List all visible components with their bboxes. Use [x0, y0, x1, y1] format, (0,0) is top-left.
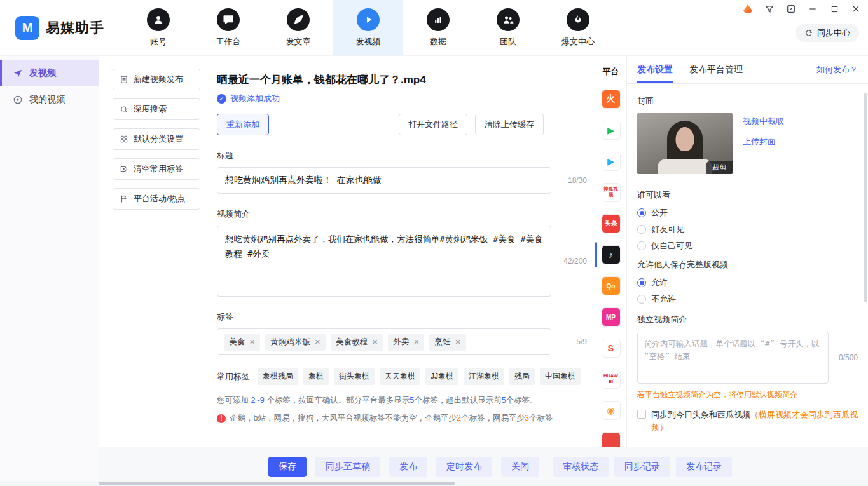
upload-cover-link[interactable]: 上传封面	[743, 136, 784, 147]
horizontal-scrollbar-thumb[interactable]	[99, 482, 455, 485]
tab-platform-management[interactable]: 发布平台管理	[689, 56, 743, 83]
platform-strip: 平台 火 ▶ ▶ 搜狐视频 头条 ♪ Qo MP S HUAWEI ◉	[595, 56, 626, 447]
nav-label: 账号	[150, 36, 167, 48]
sidebar-item-my-videos[interactable]: 我的视频	[0, 86, 99, 113]
skin-icon[interactable]	[742, 3, 754, 15]
common-tag-chip[interactable]: 街头象棋	[334, 368, 375, 385]
tag-chip[interactable]: 外卖	[388, 334, 424, 351]
visibility-option-private[interactable]: 仅自己可见	[637, 240, 858, 252]
clipboard-icon	[120, 75, 128, 84]
close-button[interactable]	[850, 3, 862, 15]
remove-tag-icon[interactable]	[413, 338, 419, 346]
nav-item-data[interactable]: 数据	[403, 0, 473, 55]
sync-to-draft-button[interactable]: 同步至草稿	[315, 457, 380, 477]
remove-tag-icon[interactable]	[372, 338, 378, 346]
edit-icon[interactable]	[785, 3, 797, 15]
title-input[interactable]	[217, 167, 551, 194]
close-panel-button[interactable]: 关闭	[501, 457, 539, 477]
common-tag-chip[interactable]: 象棋	[303, 368, 329, 385]
radio-label: 好友可见	[651, 224, 684, 235]
radio-label: 不允许	[651, 294, 676, 305]
publish-log-button[interactable]: 发布记录	[676, 457, 732, 477]
tag-label: 黄焖鸡米饭	[270, 337, 310, 348]
vertical-scrollbar[interactable]	[864, 93, 867, 302]
new-video-publish-button[interactable]: 新建视频发布	[113, 69, 200, 90]
common-tag-chip[interactable]: 残局	[509, 368, 535, 385]
tag-chip[interactable]: 美食	[224, 334, 260, 351]
nav-label: 数据	[430, 36, 446, 48]
platform-icon-qutoutiao[interactable]: Qo	[595, 276, 626, 295]
platform-icon-platform-12[interactable]	[595, 432, 626, 447]
tag-chip[interactable]: 烹饪	[429, 334, 465, 351]
nav-item-post-video[interactable]: 发视频	[333, 0, 403, 55]
how-to-publish-link[interactable]: 如何发布？	[816, 64, 858, 76]
default-category-settings-button[interactable]: 默认分类设置	[113, 128, 200, 150]
common-tag-chip[interactable]: 江湖象棋	[464, 368, 504, 385]
sync-center-button[interactable]: 同步中心	[796, 24, 859, 42]
publish-button[interactable]: 发布	[389, 457, 427, 477]
tag-chip[interactable]: 美食教程	[331, 334, 383, 351]
sidebar-item-post-video[interactable]: 发视频	[0, 60, 99, 86]
nav-item-team[interactable]: 团队	[473, 0, 543, 55]
nav-item-account[interactable]: 账号	[123, 0, 193, 55]
cover-thumbnail[interactable]: 裁剪	[637, 113, 733, 174]
audit-status-button[interactable]: 审核状态	[553, 457, 609, 477]
filter-icon[interactable]	[764, 3, 775, 15]
common-tag-chip[interactable]: JJ象棋	[425, 368, 458, 385]
remove-tag-icon[interactable]	[315, 338, 320, 346]
platform-icon-sohu-video[interactable]: 搜狐视频	[595, 183, 626, 202]
tags-input[interactable]: 美食 黄焖鸡米饭 美食教程 外卖 烹饪	[217, 328, 551, 355]
allow-save-option-no[interactable]: 不允许	[637, 294, 858, 305]
nav-item-workbench[interactable]: 工作台	[193, 0, 263, 55]
clear-upload-cache-button[interactable]: 清除上传缓存	[475, 114, 544, 135]
platform-icon-toutiao[interactable]: 头条	[595, 214, 626, 233]
visibility-option-friends[interactable]: 好友可见	[637, 224, 858, 235]
sync-toutiao-checkbox-row[interactable]: 同步到今日头条和西瓜视频（横屏视频才会同步到西瓜视频）	[637, 408, 858, 433]
upload-status-text: 视频添加成功	[230, 93, 280, 104]
main-nav: 账号 工作台 发文章 发视频 数据 团队	[123, 0, 613, 55]
clear-common-tags-button[interactable]: 清空常用标签	[113, 158, 200, 180]
common-tag-chip[interactable]: 象棋残局	[258, 368, 298, 385]
tags-counter: 5/9	[551, 337, 587, 346]
checkbox-icon[interactable]	[637, 410, 646, 419]
remove-tag-icon[interactable]	[249, 338, 255, 346]
open-file-path-button[interactable]: 打开文件路径	[399, 114, 467, 135]
deep-search-button[interactable]: 深度搜索	[113, 98, 200, 120]
sync-log-button[interactable]: 同步记录	[614, 457, 670, 477]
radio-icon	[637, 278, 646, 287]
readd-video-button[interactable]: 重新添加	[217, 114, 269, 135]
common-tag-chip[interactable]: 中国象棋	[540, 368, 581, 385]
crop-button[interactable]: 裁剪	[706, 161, 733, 174]
nav-item-hot-center[interactable]: 爆文中心	[543, 0, 613, 55]
platform-icon-huawei[interactable]: HUAWEI	[595, 370, 626, 389]
tag-chip[interactable]: 黄焖鸡米饭	[265, 334, 326, 351]
description-textarea[interactable]: 想吃黄焖鸡别再点外卖了，我们在家也能做，方法很简单#黄焖鸡米饭 #美食 #美食教…	[217, 226, 551, 297]
nav-item-post-article[interactable]: 发文章	[263, 0, 333, 55]
platform-icon-haokan[interactable]: ▶	[595, 152, 626, 171]
capture-from-video-link[interactable]: 视频中截取	[743, 116, 784, 127]
visibility-option-public[interactable]: 公开	[637, 207, 858, 219]
allow-save-option-yes[interactable]: 允许	[637, 277, 858, 288]
platform-icon-sogou[interactable]: S	[595, 339, 626, 358]
nav-label: 工作台	[216, 36, 241, 48]
save-button[interactable]: 保存	[268, 457, 307, 477]
independent-desc-textarea[interactable]	[637, 332, 829, 384]
platform-activity-button[interactable]: 平台活动/热点	[113, 188, 200, 210]
maximize-button[interactable]	[829, 3, 840, 15]
common-tag-chip[interactable]: 天天象棋	[380, 368, 420, 385]
platform-icon-douyin[interactable]: ♪	[595, 245, 626, 264]
common-tags-row: 常用标签 象棋残局 象棋 街头象棋 天天象棋 JJ象棋 江湖象棋 残局 中国象棋	[217, 368, 587, 385]
radio-icon	[637, 241, 646, 250]
tab-publish-settings[interactable]: 发布设置	[637, 56, 673, 83]
platform-icon-iqiyi[interactable]: ▶	[595, 121, 626, 140]
remove-tag-icon[interactable]	[455, 338, 460, 346]
platform-icon-meipai[interactable]: MP	[595, 307, 626, 327]
action-label: 默认分类设置	[134, 133, 183, 145]
play-icon	[357, 8, 380, 31]
platform-icon-huoshan[interactable]: 火	[595, 90, 626, 109]
schedule-publish-button[interactable]: 定时发布	[436, 457, 492, 477]
minimize-button[interactable]	[807, 3, 818, 15]
platform-icon-weibo[interactable]: ◉	[595, 401, 626, 420]
horizontal-scrollbar[interactable]	[0, 481, 868, 486]
tag-label: 美食教程	[336, 337, 368, 348]
